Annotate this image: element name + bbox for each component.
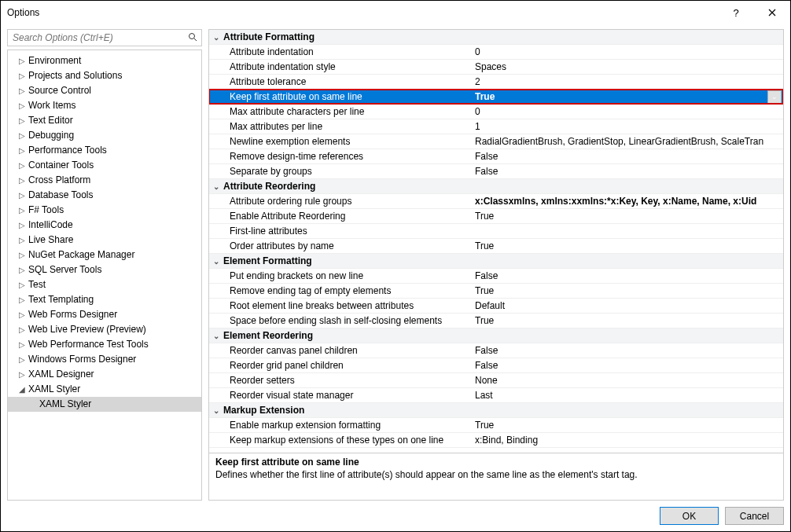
property-row[interactable]: Keep first attribute on same lineTrue⌄ xyxy=(209,90,783,105)
expand-icon: ▷ xyxy=(19,204,28,217)
close-button[interactable] xyxy=(754,1,790,24)
property-value[interactable]: False xyxy=(473,149,783,164)
tree-item[interactable]: ◢XAML Styler xyxy=(8,382,201,397)
tree-item[interactable]: ▷Web Live Preview (Preview) xyxy=(8,322,201,337)
property-category[interactable]: ⌄Markup Extension xyxy=(209,403,783,418)
tree-item[interactable]: ▷Test xyxy=(8,277,201,292)
tree-item[interactable]: ▷Work Items xyxy=(8,98,201,113)
tree-item[interactable]: ▷Cross Platform xyxy=(8,173,201,188)
tree-item-label: Web Performance Test Tools xyxy=(28,338,149,351)
property-row[interactable]: Max attribute characters per line0 xyxy=(209,105,783,119)
property-value[interactable]: Spaces xyxy=(473,60,783,75)
tree-item[interactable]: ▷Web Forms Designer xyxy=(8,307,201,322)
property-value[interactable]: x:Bind, Binding xyxy=(473,433,783,448)
tree-item-label: Web Live Preview (Preview) xyxy=(28,323,146,336)
property-value[interactable]: 2 xyxy=(473,75,783,90)
tree-item-label: Text Editor xyxy=(28,114,73,127)
property-value[interactable]: False xyxy=(473,343,783,358)
property-category[interactable]: ⌄Attribute Reordering xyxy=(209,179,783,194)
tree-item[interactable]: ▷Text Editor xyxy=(8,113,201,128)
tree-item[interactable]: ▷Windows Forms Designer xyxy=(8,352,201,367)
property-value[interactable]: 1 xyxy=(473,119,783,134)
property-category[interactable]: ⌄Element Formatting xyxy=(209,254,783,269)
property-value[interactable]: True xyxy=(473,209,783,224)
tree-item[interactable]: ▷Container Tools xyxy=(8,158,201,173)
property-row[interactable]: Remove ending tag of empty elementsTrue xyxy=(209,284,783,299)
category-label: Element Formatting xyxy=(223,254,487,269)
tree-item[interactable]: ▷NuGet Package Manager xyxy=(8,248,201,262)
property-row[interactable]: Reorder canvas panel childrenFalse xyxy=(209,343,783,358)
tree-item[interactable]: ▷Web Performance Test Tools xyxy=(8,337,201,352)
tree-item[interactable]: XAML Styler xyxy=(8,397,201,412)
property-row[interactable]: First-line attributes xyxy=(209,224,783,239)
property-row[interactable]: Attribute tolerance2 xyxy=(209,75,783,90)
expand-icon: ▷ xyxy=(19,54,28,68)
property-value[interactable]: True xyxy=(473,284,783,299)
property-row[interactable]: Reorder grid panel childrenFalse xyxy=(209,358,783,373)
property-row[interactable]: Newline exemption elementsRadialGradient… xyxy=(209,134,783,149)
category-tree[interactable]: ▷Environment▷Projects and Solutions▷Sour… xyxy=(7,50,202,501)
property-label: Newline exemption elements xyxy=(209,134,473,149)
property-value[interactable]: False xyxy=(473,164,783,179)
property-row[interactable]: Reorder visual state managerLast xyxy=(209,388,783,403)
property-row[interactable]: Space before ending slash in self-closin… xyxy=(209,314,783,328)
property-value[interactable]: True xyxy=(473,314,783,328)
property-value[interactable]: 0 xyxy=(473,45,783,60)
search-icon[interactable] xyxy=(184,32,201,44)
property-row[interactable]: Root element line breaks between attribu… xyxy=(209,299,783,314)
property-row[interactable]: Separate by groupsFalse xyxy=(209,164,783,179)
property-value[interactable]: True xyxy=(473,418,783,433)
tree-item[interactable]: ▷Live Share xyxy=(8,233,201,248)
expand-icon: ▷ xyxy=(19,293,28,306)
expand-icon: ▷ xyxy=(19,278,28,292)
property-value[interactable]: 0 xyxy=(473,105,783,119)
property-grid-scroll[interactable]: ⌄Attribute FormattingAttribute indentati… xyxy=(209,30,783,453)
tree-item[interactable]: ▷SQL Server Tools xyxy=(8,262,201,277)
property-label: Reorder grid panel children xyxy=(209,358,473,373)
tree-item[interactable]: ▷Environment xyxy=(8,53,201,68)
tree-item[interactable]: ▷XAML Designer xyxy=(8,367,201,382)
property-category[interactable]: ⌄Element Reordering xyxy=(209,328,783,343)
property-value[interactable]: True xyxy=(473,239,783,254)
tree-item[interactable]: ▷Projects and Solutions xyxy=(8,68,201,83)
tree-item[interactable]: ▷F# Tools xyxy=(8,203,201,218)
main-row: ▷Environment▷Projects and Solutions▷Sour… xyxy=(7,29,784,501)
property-value[interactable]: x:Classxmlns, xmlns:xxmlns:*x:Key, Key, … xyxy=(473,194,783,209)
property-value[interactable]: None xyxy=(473,373,783,388)
property-value[interactable]: RadialGradientBrush, GradientStop, Linea… xyxy=(473,134,783,149)
expand-icon: ▷ xyxy=(19,84,28,97)
search-input[interactable] xyxy=(8,32,184,43)
property-value[interactable]: False xyxy=(473,358,783,373)
category-label: Attribute Reordering xyxy=(223,179,487,194)
property-row[interactable]: Put ending brackets on new lineFalse xyxy=(209,269,783,284)
tree-item[interactable]: ▷IntelliCode xyxy=(8,218,201,233)
property-row[interactable]: Attribute indentation0 xyxy=(209,45,783,60)
property-row[interactable]: Reorder settersNone xyxy=(209,373,783,388)
property-row[interactable]: Enable Attribute ReorderingTrue xyxy=(209,209,783,224)
help-button[interactable]: ? xyxy=(718,1,754,24)
tree-item[interactable]: ▷Source Control xyxy=(8,83,201,98)
property-label: Enable Attribute Reordering xyxy=(209,209,473,224)
property-label: First-line attributes xyxy=(209,224,473,239)
property-row[interactable]: Attribute indentation styleSpaces xyxy=(209,60,783,75)
property-row[interactable]: Max attributes per line1 xyxy=(209,119,783,134)
property-row[interactable]: Remove design-time referencesFalse xyxy=(209,149,783,164)
property-row[interactable]: Keep markup extensions of these types on… xyxy=(209,433,783,448)
tree-item[interactable]: ▷Text Templating xyxy=(8,292,201,307)
property-value[interactable]: Last xyxy=(473,388,783,403)
ok-button[interactable]: OK xyxy=(660,507,719,525)
tree-item[interactable]: ▷Debugging xyxy=(8,128,201,143)
property-row[interactable]: Attribute ordering rule groupsx:Classxml… xyxy=(209,194,783,209)
property-value[interactable]: Default xyxy=(473,299,783,314)
tree-item-label: XAML Styler xyxy=(28,383,80,396)
tree-item[interactable]: ▷Performance Tools xyxy=(8,143,201,158)
property-value[interactable]: False xyxy=(473,269,783,284)
chevron-down-icon[interactable]: ⌄ xyxy=(767,90,782,104)
tree-item-label: Live Share xyxy=(28,233,73,247)
property-row[interactable]: Order attributes by nameTrue xyxy=(209,239,783,254)
tree-item[interactable]: ▷Database Tools xyxy=(8,188,201,203)
property-row[interactable]: Enable markup extension formattingTrue xyxy=(209,418,783,433)
cancel-button[interactable]: Cancel xyxy=(725,507,784,525)
property-value[interactable]: True xyxy=(473,90,767,105)
property-category[interactable]: ⌄Attribute Formatting xyxy=(209,30,783,45)
